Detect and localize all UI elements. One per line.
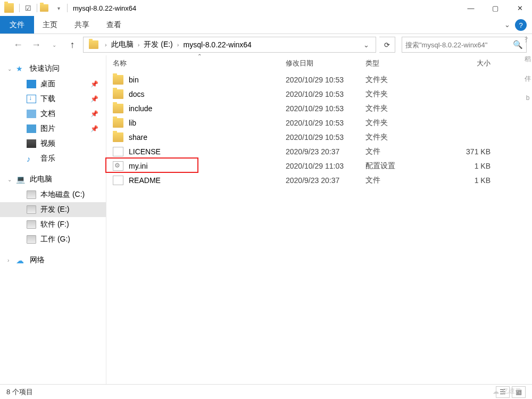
sidebar-drive-f[interactable]: 软件 (F:) <box>0 217 106 232</box>
app-folder-icon <box>4 3 14 13</box>
file-name: lib <box>129 119 286 127</box>
chevron-right-icon[interactable]: › <box>135 41 143 48</box>
title-bar: ☑ ▾ mysql-8.0.22-winx64 — ▢ ✕ <box>0 0 532 16</box>
watermark: ☁ 亿速云 <box>493 387 521 396</box>
file-name: share <box>129 133 286 142</box>
file-pane: 名称 修改日期 类型 大小 bin2020/10/29 10:53文件夹docs… <box>106 55 532 384</box>
ribbon-tab-share[interactable]: 共享 <box>66 16 98 34</box>
ribbon-tab-home[interactable]: 主页 <box>34 16 66 34</box>
chevron-down-icon[interactable]: ⌄ <box>7 177 12 182</box>
file-row[interactable]: README2020/9/23 20:37文件1 KB <box>106 173 532 187</box>
column-header-date[interactable]: 修改日期 <box>286 59 365 68</box>
sidebar-item-documents[interactable]: 文档📌 <box>0 106 106 121</box>
file-type: 配置设置 <box>365 161 445 171</box>
help-button[interactable]: ? <box>515 19 527 31</box>
star-icon: ★ <box>16 64 26 73</box>
qat-dropdown-icon[interactable]: ▾ <box>52 2 65 14</box>
maximize-button[interactable]: ▢ <box>483 0 508 16</box>
column-headers: 名称 修改日期 类型 大小 <box>106 55 532 72</box>
breadcrumb-drive[interactable]: 开发 (E:) <box>143 40 173 49</box>
column-header-type[interactable]: 类型 <box>365 59 445 68</box>
file-type: 文件 <box>365 176 445 185</box>
file-row[interactable]: share2020/10/29 10:53文件夹 <box>106 130 532 144</box>
sidebar-item-downloads[interactable]: 下载📌 <box>0 92 106 106</box>
file-row[interactable]: include2020/10/29 10:53文件夹 <box>106 101 532 115</box>
sidebar-item-music[interactable]: ♪音乐 <box>0 151 106 166</box>
close-button[interactable]: ✕ <box>508 0 532 16</box>
file-name: my.ini <box>129 162 286 170</box>
status-bar: 8 个项目 ☰ ▦ <box>0 384 532 399</box>
sidebar-drive-c[interactable]: 本地磁盘 (C:) <box>0 187 106 202</box>
pin-icon: 📌 <box>90 110 98 118</box>
column-header-name[interactable]: 名称 <box>113 59 286 68</box>
download-icon <box>27 95 36 103</box>
file-type: 文件夹 <box>365 89 445 99</box>
address-bar[interactable]: › 此电脑 › 开发 (E:) › mysql-8.0.22-winx64 ⌄ <box>83 37 376 53</box>
chevron-right-icon[interactable]: › <box>7 257 9 263</box>
music-icon: ♪ <box>27 154 36 163</box>
search-box[interactable]: 🔍 <box>402 37 527 53</box>
file-date: 2020/10/29 10:53 <box>286 104 365 113</box>
folder-icon <box>113 118 123 128</box>
chevron-right-icon[interactable]: › <box>102 41 110 48</box>
cloud-icon: ☁ <box>493 388 499 395</box>
file-row[interactable]: my.ini2020/10/29 11:03配置设置1 KB <box>106 159 532 173</box>
address-dropdown-icon[interactable]: ⌄ <box>359 41 373 49</box>
sidebar-drive-e[interactable]: 开发 (E:) <box>0 202 106 217</box>
nav-forward-button[interactable]: → <box>29 37 44 52</box>
nav-recent-dropdown[interactable]: ⌄ <box>47 37 62 52</box>
file-type: 文件夹 <box>365 104 445 113</box>
file-row[interactable]: docs2020/10/29 10:53文件夹 <box>106 87 532 101</box>
file-row[interactable]: LICENSE2020/9/23 20:37文件371 KB <box>106 144 532 159</box>
breadcrumb-thispc[interactable]: 此电脑 <box>110 40 135 49</box>
network-icon: ☁ <box>16 256 26 264</box>
disk-icon <box>27 220 36 229</box>
chevron-down-icon[interactable]: ⌄ <box>7 66 12 72</box>
pin-icon: 📌 <box>90 80 98 88</box>
disk-icon <box>27 190 36 199</box>
nav-up-button[interactable]: ↑ <box>65 37 80 52</box>
sidebar-quick-access[interactable]: ⌄ ★ 快速访问 <box>0 61 106 77</box>
search-input[interactable] <box>405 41 513 49</box>
sidebar-item-pictures[interactable]: 图片📌 <box>0 121 106 136</box>
file-date: 2020/10/29 10:53 <box>286 76 365 84</box>
search-icon[interactable]: 🔍 <box>513 40 523 49</box>
file-row[interactable]: lib2020/10/29 10:53文件夹 <box>106 115 532 130</box>
refresh-button[interactable]: ⟳ <box>379 37 395 53</box>
file-size: 1 KB <box>445 162 491 170</box>
address-row: ← → ⌄ ↑ › 此电脑 › 开发 (E:) › mysql-8.0.22-w… <box>0 34 532 55</box>
sidebar-item-desktop[interactable]: 桌面📌 <box>0 77 106 92</box>
file-name: LICENSE <box>129 147 286 156</box>
file-icon <box>113 147 123 156</box>
column-header-size[interactable]: 大小 <box>445 59 491 68</box>
status-item-count: 8 个项目 <box>6 387 33 397</box>
file-type: 文件 <box>365 147 445 156</box>
minimize-button[interactable]: — <box>459 0 483 16</box>
desktop-icon <box>27 80 36 88</box>
sidebar-item-videos[interactable]: 视频 <box>0 136 106 151</box>
nav-back-button[interactable]: ← <box>11 37 26 52</box>
pin-icon: 📌 <box>90 95 98 103</box>
ribbon-collapse-icon[interactable]: ⌄ <box>499 16 515 34</box>
ribbon-file-tab[interactable]: 文件 <box>0 16 34 34</box>
chevron-right-icon[interactable]: › <box>174 41 182 48</box>
pictures-icon <box>27 124 36 133</box>
folder-icon <box>113 132 123 142</box>
breadcrumb-folder[interactable]: mysql-8.0.22-winx64 <box>182 40 252 49</box>
file-date: 2020/10/29 10:53 <box>286 133 365 142</box>
address-folder-icon <box>89 40 98 49</box>
qat-properties-icon[interactable]: ☑ <box>22 2 35 14</box>
file-size: 371 KB <box>445 147 491 156</box>
ribbon-tab-view[interactable]: 查看 <box>98 16 130 34</box>
folder-icon <box>113 89 123 99</box>
sidebar-drive-g[interactable]: 工作 (G:) <box>0 232 106 247</box>
sidebar-network[interactable]: › ☁ 网络 <box>0 252 106 268</box>
ribbon: 文件 主页 共享 查看 ⌄ ? <box>0 16 532 34</box>
nav-sidebar: ⌄ ★ 快速访问 桌面📌 下载📌 文档📌 图片📌 视频 ♪音乐 ⌄ 💻 此电脑 … <box>0 55 106 384</box>
disk-icon <box>27 235 36 244</box>
sidebar-thispc[interactable]: ⌄ 💻 此电脑 <box>0 171 106 187</box>
file-row[interactable]: bin2020/10/29 10:53文件夹 <box>106 72 532 87</box>
pin-icon: 📌 <box>90 125 98 132</box>
qat-new-folder-icon[interactable] <box>39 2 52 14</box>
file-date: 2020/9/23 20:37 <box>286 147 365 156</box>
